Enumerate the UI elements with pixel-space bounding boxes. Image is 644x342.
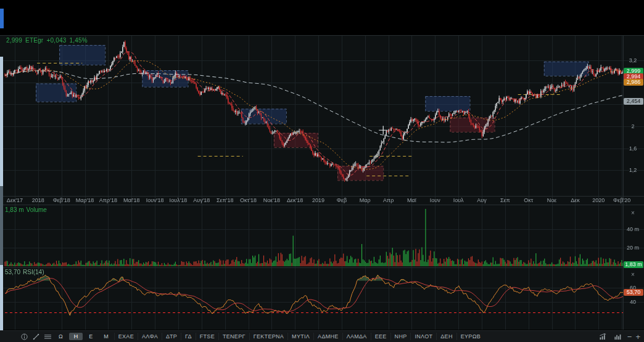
timeframe-button-Ω[interactable]: Ω	[54, 333, 68, 340]
ticker-button-ΕΥΡΩΒ[interactable]: ΕΥΡΩΒ	[456, 333, 484, 340]
ticker-group: ΕΧΑΕΑΛΦΑΔΤΡΓΔFTSEΤΕΝΕΡΓΓΕΚΤΕΡΝΑΜΥΤΙΛΑΔΜΗ…	[114, 333, 484, 340]
time-axis-label: Μαϊ'18	[123, 197, 139, 203]
timeframe-group: ΩΗΕΜ	[54, 333, 114, 340]
time-axis-label: Φεβ'20	[613, 197, 630, 203]
ticker-button-ΛΑΜΔΑ[interactable]: ΛΑΜΔΑ	[342, 333, 371, 340]
indicators-icon[interactable]	[42, 332, 53, 341]
volume-label-text: Volume	[27, 206, 47, 213]
window-accent-bar	[0, 9, 4, 28]
time-axis-label: Οκτ'18	[240, 197, 257, 203]
volume-value-text: 1,83 m	[5, 206, 24, 213]
symbol-text: ΕΤΕgr	[25, 37, 43, 44]
toolbar-right-group: − +	[598, 332, 640, 341]
zoom-in-button[interactable]: +	[635, 333, 640, 341]
time-axis-label: Οκτ	[524, 197, 533, 203]
trading-platform-window: 2,999ΕΤΕgr+0,0431,45% 1,83 mVolume 53,70…	[0, 0, 644, 342]
rsi-legend: 53,70RSI(14)	[5, 269, 46, 275]
time-axis-label: Αυγ	[477, 197, 486, 203]
change-text: +0,043	[46, 37, 66, 44]
left-window-edge	[0, 57, 3, 186]
time-axis-label: Σεπ	[500, 197, 510, 203]
chart-style-icon[interactable]	[598, 332, 609, 341]
time-axis-label: 2020	[592, 197, 605, 203]
axis-tick-label: 2	[624, 123, 642, 129]
time-axis-label: Νοε	[547, 197, 557, 203]
ticker-button-ΝΗΡ[interactable]: ΝΗΡ	[390, 333, 411, 340]
time-axis-label: Νοε'18	[263, 197, 280, 203]
ticker-button-ΓΕΚΤΕΡΝΑ[interactable]: ΓΕΚΤΕΡΝΑ	[249, 333, 287, 340]
axis-tick-label: 40	[624, 299, 642, 305]
timeframe-button-Ε[interactable]: Ε	[84, 333, 97, 340]
time-axis-label: Δεκ	[571, 197, 580, 203]
ticker-button-ΑΛΦΑ[interactable]: ΑΛΦΑ	[138, 333, 162, 340]
bottom-toolbar: ΩΗΕΜ ΕΧΑΕΑΛΦΑΔΤΡΓΔFTSEΤΕΝΕΡΓΓΕΚΤΕΡΝΑΜΥΤΙ…	[0, 330, 644, 342]
chart-canvas[interactable]	[0, 35, 644, 330]
volume-last-badge: 1,83 m	[624, 261, 643, 268]
top-black-bar	[0, 0, 644, 35]
ma-mid-badge: 2,986	[624, 79, 643, 86]
axis-tick-label: 20 m	[624, 245, 642, 251]
left-window-edge	[0, 186, 3, 265]
ticker-button-ΜΥΤΙΛ[interactable]: ΜΥΤΙΛ	[287, 333, 313, 340]
ticker-button-ΕΧΑΕ[interactable]: ΕΧΑΕ	[114, 333, 138, 340]
info-icon[interactable]	[19, 332, 30, 341]
time-axis-label: Μαρ'18	[76, 197, 94, 203]
rsi-close-icon[interactable]: ×	[629, 271, 637, 279]
time-axis-label: 2019	[312, 197, 324, 203]
ticker-button-ΕΕΕ[interactable]: ΕΕΕ	[371, 333, 390, 340]
zoom-out-button[interactable]: −	[627, 333, 632, 341]
time-axis-label: 2018	[32, 197, 44, 203]
ticker-button-ΙΝΛΟΤ[interactable]: ΙΝΛΟΤ	[410, 333, 436, 340]
time-axis-label: Μαϊ	[407, 197, 416, 203]
change-pct-text: 1,45%	[69, 37, 87, 44]
ticker-button-ΑΔΜΗΕ[interactable]: ΑΔΜΗΕ	[313, 333, 342, 340]
timeframe-button-Η[interactable]: Η	[69, 333, 83, 340]
draw-tool-icon[interactable]	[30, 332, 41, 341]
rsi-last-badge: 53,70	[624, 289, 643, 296]
time-axis-label: Ιουν	[430, 197, 440, 203]
volume-bars-icon[interactable]	[613, 332, 624, 341]
volume-legend: 1,83 mVolume	[5, 206, 49, 213]
time-axis-label: Ιουν'18	[146, 197, 164, 203]
rsi-label-text: RSI(14)	[23, 269, 44, 275]
time-axis-label: Απρ	[383, 197, 394, 203]
time-axis-label: Δεκ'17	[7, 197, 23, 203]
time-axis-label: Ιουλ	[453, 197, 464, 203]
symbol-legend: 2,999ΕΤΕgr+0,0431,45%	[6, 37, 91, 44]
ticker-button-ΔΤΡ[interactable]: ΔΤΡ	[162, 333, 181, 340]
time-axis-label: Ιουλ'18	[170, 197, 188, 203]
time-axis-label: Δεκ'18	[287, 197, 303, 203]
time-axis-label: Μαρ	[360, 197, 371, 203]
ticker-button-ΓΔ[interactable]: ΓΔ	[181, 333, 196, 340]
left-window-edge	[0, 265, 3, 330]
ticker-button-ΤΕΝΕΡΓ[interactable]: ΤΕΝΕΡΓ	[218, 333, 249, 340]
axis-tick-label: 3,2	[624, 57, 642, 63]
last-price-text: 2,999	[6, 37, 22, 44]
time-axis-label: Φεβ'18	[53, 197, 70, 203]
time-axis-label: Σεπ'18	[217, 197, 234, 203]
axis-tick-label: 40 m	[624, 226, 642, 232]
volume-close-icon[interactable]: ×	[629, 210, 637, 217]
ma-slow-badge: 2,454	[624, 98, 643, 105]
ticker-button-FTSE[interactable]: FTSE	[196, 333, 218, 340]
axis-tick-label: 1,6	[624, 145, 642, 152]
timeframe-button-Μ[interactable]: Μ	[99, 333, 114, 340]
time-axis-label: Φεβ	[337, 197, 347, 203]
rsi-value-text: 53,70	[5, 269, 20, 275]
ticker-button-ΔΕΗ[interactable]: ΔΕΗ	[436, 333, 456, 340]
time-axis-label: Αυγ'18	[193, 197, 210, 203]
axis-tick-label: 1,2	[624, 167, 642, 173]
time-axis-label: Απρ'18	[99, 197, 117, 203]
